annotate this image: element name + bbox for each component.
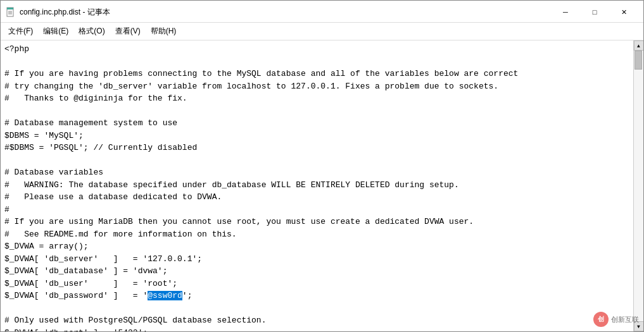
window-controls: ─ □ ✕ [551, 4, 638, 20]
watermark: 创 创新互联 [593, 312, 639, 327]
menu-format[interactable]: 格式(O) [73, 24, 110, 39]
code-line: # Database management system to use [4, 117, 629, 130]
code-line [4, 154, 629, 167]
code-line: $_DVWA[ 'db_server' ] = '127.0.0.1'; [4, 253, 629, 266]
code-line: $_DVWA = array(); [4, 240, 629, 253]
code-line: # If you are having problems connecting … [4, 68, 629, 80]
main-window: config.inc.php.dist - 记事本 ─ □ ✕ 文件(F) 编辑… [0, 0, 644, 332]
code-line: # See README.md for more information on … [4, 228, 629, 241]
menu-edit[interactable]: 编辑(E) [38, 24, 73, 39]
watermark-logo-text: 创 [598, 315, 604, 324]
scroll-track[interactable] [634, 51, 643, 321]
code-line [4, 56, 629, 68]
code-line: # Thanks to @digininja for the fix. [4, 92, 629, 105]
menu-bar: 文件(F) 编辑(E) 格式(O) 查看(V) 帮助(H) [1, 23, 643, 40]
code-line: # WARNING: The database specified under … [4, 179, 629, 192]
scroll-up-arrow[interactable]: ▲ [634, 40, 644, 51]
code-line: $_DVWA[ 'db_user' ] = 'root'; [4, 278, 629, 290]
code-line: #$DBMS = 'PGSQL'; // Currently disabled [4, 142, 629, 154]
maximize-button[interactable]: □ [580, 4, 609, 20]
scrollbar[interactable]: ▲ ▼ [633, 40, 643, 331]
text-editor[interactable]: <?php # If you are having problems conne… [1, 40, 633, 331]
watermark-logo: 创 [593, 312, 609, 327]
watermark-text: 创新互联 [611, 315, 639, 324]
code-line: # Database variables [4, 166, 629, 179]
code-line: # Only used with PostgreSQL/PGSQL databa… [4, 314, 629, 327]
menu-help[interactable]: 帮助(H) [146, 24, 182, 39]
svg-rect-1 [7, 8, 13, 9]
title-bar: config.inc.php.dist - 记事本 ─ □ ✕ [1, 1, 643, 23]
close-button[interactable]: ✕ [609, 4, 638, 20]
menu-file[interactable]: 文件(F) [3, 24, 38, 39]
window-title: config.inc.php.dist - 记事本 [20, 7, 110, 18]
content-area: <?php # If you are having problems conne… [1, 40, 643, 331]
app-icon [6, 7, 16, 17]
code-line: $_DVWA[ 'db_database' ] = 'dvwa'; [4, 265, 629, 278]
code-line [4, 105, 629, 118]
code-line: # Please use a database dedicated to DVW… [4, 191, 629, 204]
code-line: $_DVWA[ 'db_port' ] = '5432'; [4, 327, 629, 332]
code-line: # If you are using MariaDB then you cann… [4, 216, 629, 228]
title-bar-left: config.inc.php.dist - 记事本 [6, 7, 110, 18]
code-line: $DBMS = 'MySQL'; [4, 130, 629, 142]
code-line: # try changing the 'db_server' variable … [4, 80, 629, 93]
code-line: $_DVWA[ 'db_password' ] = '@ssw0rd'; [4, 290, 629, 302]
code-line [4, 302, 629, 315]
selected-text: @ssw0rd [148, 291, 182, 300]
minimize-button[interactable]: ─ [551, 4, 580, 20]
code-line: <?php [4, 43, 629, 56]
code-line: # [4, 204, 629, 216]
menu-view[interactable]: 查看(V) [110, 24, 146, 39]
scroll-thumb[interactable] [635, 51, 642, 70]
